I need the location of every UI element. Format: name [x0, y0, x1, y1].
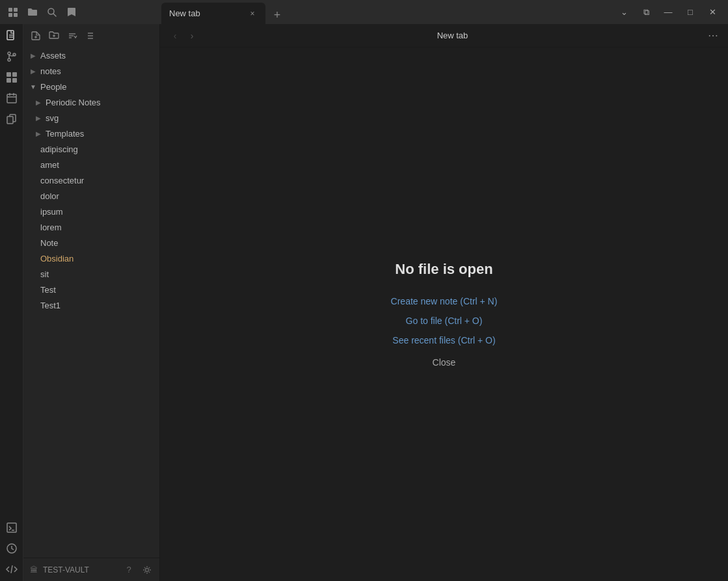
svg-rect-16 [7, 94, 16, 103]
content-body: No file is open Create new note (Ctrl + … [160, 47, 728, 581]
file-label: Test1 [40, 301, 61, 310]
file-dolor[interactable]: dolor [23, 188, 159, 204]
terminal-activity-icon[interactable] [3, 519, 21, 537]
close-label[interactable]: Close [433, 357, 456, 368]
file-label: consectetur [40, 176, 84, 185]
code-activity-icon[interactable] [3, 560, 21, 578]
svg-rect-14 [7, 78, 11, 83]
no-file-title: No file is open [395, 261, 492, 278]
svg-rect-13 [12, 72, 17, 77]
folder-svg[interactable]: ▶ svg [23, 110, 159, 126]
chevron-right-icon: ▶ [34, 98, 43, 107]
file-note[interactable]: Note [23, 235, 159, 250]
svg-rect-1 [14, 8, 18, 12]
file-label: lorem [40, 223, 62, 232]
file-label: Obsidian [40, 254, 74, 263]
folder-templates[interactable]: ▶ Templates [23, 126, 159, 141]
tab-close-button[interactable]: × [247, 8, 258, 19]
maximize-button[interactable]: □ [680, 2, 701, 23]
search-icon[interactable] [44, 5, 60, 20]
svg-line-25 [11, 565, 12, 573]
svg-rect-3 [14, 13, 18, 17]
close-button[interactable]: ✕ [702, 2, 723, 23]
file-label: Note [40, 238, 58, 248]
plugins-activity-icon[interactable] [3, 68, 21, 87]
new-tab-button[interactable]: + [268, 6, 286, 24]
explorer-toolbar [23, 24, 159, 47]
settings-button[interactable] [140, 563, 154, 577]
tabs-area: New tab × + [161, 0, 608, 24]
svg-rect-0 [8, 8, 12, 12]
tab-list-button[interactable]: ⌄ [613, 2, 634, 23]
file-label: ipsum [40, 207, 63, 217]
new-folder-button[interactable] [46, 27, 62, 44]
content-menu-button[interactable]: ⋯ [705, 27, 721, 44]
vault-name: TEST-VAULT [43, 565, 118, 574]
file-test1[interactable]: Test1 [23, 297, 159, 313]
content-area: ‹ › New tab ⋯ No file is open Create new… [160, 24, 728, 581]
file-obsidian[interactable]: Obsidian [23, 250, 159, 266]
svg-rect-15 [12, 78, 17, 83]
file-explorer: ▶ Assets ▶ notes ▼ People ▶ Periodic Not… [23, 24, 160, 581]
go-to-file-link[interactable]: Go to file (Ctrl + O) [406, 316, 483, 326]
folder-label: notes [40, 66, 61, 76]
svg-rect-2 [8, 13, 12, 17]
file-lorem[interactable]: lorem [23, 219, 159, 235]
folder-periodic-notes[interactable]: ▶ Periodic Notes [23, 94, 159, 110]
chevron-down-icon: ▼ [29, 82, 38, 91]
grid-icon[interactable] [5, 5, 21, 20]
file-ipsum[interactable]: ipsum [23, 204, 159, 219]
folder-label: svg [46, 113, 59, 123]
file-label: amet [40, 160, 59, 170]
file-tree: ▶ Assets ▶ notes ▼ People ▶ Periodic Not… [23, 47, 159, 558]
files-activity-icon[interactable] [3, 27, 21, 45]
new-note-button[interactable] [27, 27, 44, 44]
explorer-footer: 🏛 TEST-VAULT ? [23, 558, 159, 581]
create-new-note-link[interactable]: Create new note (Ctrl + N) [391, 296, 498, 306]
folder-assets[interactable]: ▶ Assets [23, 47, 159, 63]
clock-activity-icon[interactable] [3, 539, 21, 558]
folder-icon[interactable] [25, 5, 40, 20]
svg-rect-12 [7, 72, 11, 77]
file-label: dolor [40, 191, 59, 201]
file-sit[interactable]: sit [23, 266, 159, 282]
file-consectetur[interactable]: consectetur [23, 172, 159, 188]
help-button[interactable]: ? [122, 563, 136, 577]
back-button[interactable]: ‹ [167, 27, 183, 44]
tab-label: New tab [169, 8, 242, 18]
bookmark-icon[interactable] [64, 5, 79, 20]
svg-point-10 [8, 59, 10, 61]
svg-rect-21 [7, 116, 13, 124]
see-recent-files-link[interactable]: See recent files (Ctrl + O) [392, 335, 495, 345]
folder-label: Assets [40, 51, 66, 61]
svg-rect-22 [7, 523, 16, 532]
folder-label: Templates [46, 129, 84, 139]
folder-people[interactable]: ▼ People [23, 79, 159, 94]
content-title: New tab [200, 31, 705, 40]
sort-button[interactable] [64, 27, 81, 44]
git-activity-icon[interactable] [3, 47, 21, 66]
file-label: sit [40, 269, 49, 279]
chevron-right-icon: ▶ [29, 66, 38, 75]
vault-icon: 🏛 [29, 565, 39, 575]
file-test[interactable]: Test [23, 282, 159, 297]
file-amet[interactable]: amet [23, 157, 159, 172]
content-header: ‹ › New tab ⋯ [160, 24, 728, 47]
chevron-right-icon: ▶ [34, 113, 43, 122]
collapse-all-button[interactable] [82, 27, 99, 44]
copy-activity-icon[interactable] [3, 110, 21, 128]
file-adipiscing[interactable]: adipiscing [23, 141, 159, 157]
svg-point-9 [8, 52, 10, 55]
titlebar-right: ⌄ ⧉ — □ ✕ [608, 2, 728, 23]
file-label: Test [40, 285, 56, 295]
split-editor-button[interactable]: ⧉ [636, 2, 656, 23]
minimize-button[interactable]: — [658, 2, 679, 23]
svg-point-36 [146, 568, 149, 571]
folder-notes[interactable]: ▶ notes [23, 63, 159, 79]
titlebar-left [0, 5, 161, 20]
main-area: ▶ Assets ▶ notes ▼ People ▶ Periodic Not… [0, 24, 728, 581]
calendar-activity-icon[interactable] [3, 89, 21, 107]
forward-button[interactable]: › [183, 27, 200, 44]
activity-bar [0, 24, 23, 581]
tab-new-tab[interactable]: New tab × [161, 3, 265, 24]
